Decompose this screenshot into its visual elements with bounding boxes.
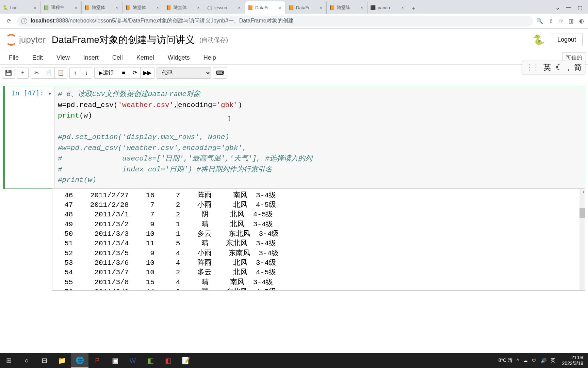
- site-info-icon[interactable]: i: [21, 18, 27, 24]
- zoom-icon[interactable]: 🔍: [536, 18, 543, 24]
- browser-tab[interactable]: ⬛panda×: [368, 1, 408, 14]
- run-label: 运行: [103, 69, 114, 76]
- share-icon[interactable]: ⇪: [549, 18, 553, 24]
- url-input[interactable]: i localhost:8888/notebooks/lesson5/参考/Da…: [17, 16, 533, 27]
- search-button[interactable]: ○: [18, 353, 35, 368]
- restart-run-all-button[interactable]: ▶▶: [140, 67, 154, 79]
- browser-tab[interactable]: 📙随堂体×: [82, 1, 122, 14]
- menu-insert[interactable]: Insert: [77, 52, 105, 63]
- terminal-icon[interactable]: ▣: [106, 353, 124, 368]
- tab-title: 随堂体: [133, 4, 155, 11]
- menu-kernel[interactable]: Kernel: [130, 52, 161, 63]
- file-explorer-icon[interactable]: 📁: [53, 353, 71, 368]
- copy-button[interactable]: 📄: [42, 67, 55, 79]
- browser-tab[interactable]: ◯lesson×: [204, 1, 245, 14]
- output-text[interactable]: 46 2011/2/27 16 7 阵雨 南风 3-4级 47 2011/2/2…: [52, 188, 585, 291]
- start-button[interactable]: ⊞: [0, 353, 18, 368]
- interrupt-button[interactable]: ■: [118, 67, 129, 79]
- celltype-select[interactable]: 代码: [157, 67, 211, 79]
- word-icon[interactable]: W: [124, 353, 142, 368]
- task-view-button[interactable]: ⊟: [35, 353, 53, 368]
- volume-icon[interactable]: 🔊: [541, 358, 546, 363]
- powerpoint-icon[interactable]: P: [88, 353, 106, 368]
- code-input[interactable]: # 6、读取CSV文件数据创建DataFrame对象 w=pd.read_csv…: [54, 86, 585, 188]
- clock[interactable]: 21:08 2022/3/19: [559, 355, 586, 366]
- browser-tab[interactable]: 📙DataFr×: [245, 1, 286, 14]
- app-icon-red[interactable]: ◧: [159, 353, 177, 368]
- ime-mode[interactable]: 简: [574, 62, 582, 73]
- menu-widgets[interactable]: Widgets: [161, 52, 197, 63]
- bookmark-icon[interactable]: ☆: [558, 18, 563, 24]
- url-bar: ⟳ i localhost:8888/notebooks/lesson5/参考/…: [0, 14, 588, 29]
- tab-title: panda: [378, 5, 400, 10]
- menu-view[interactable]: View: [50, 52, 77, 63]
- browser-tab[interactable]: 🐍hon×: [0, 1, 41, 14]
- scrollbar-thumb[interactable]: [579, 208, 585, 218]
- browser-tab[interactable]: 📙随堂练×: [327, 1, 368, 14]
- ime-moon-icon[interactable]: ☾: [556, 63, 562, 72]
- tab-close-icon[interactable]: ×: [32, 5, 38, 10]
- tab-favicon: 🐍: [3, 5, 8, 10]
- restart-button[interactable]: ⟳: [129, 67, 141, 79]
- tab-close-icon[interactable]: ×: [318, 5, 324, 10]
- jupyter-logo-icon: [5, 34, 17, 46]
- menu-cell[interactable]: Cell: [105, 52, 130, 63]
- notebook-title[interactable]: DataFrame对象的创建与访问讲义: [52, 33, 195, 46]
- onedrive-icon[interactable]: ☁: [523, 358, 528, 363]
- move-up-button[interactable]: ↑: [69, 67, 81, 79]
- chrome-icon[interactable]: 🌐: [71, 353, 88, 368]
- tab-close-icon[interactable]: ×: [114, 5, 119, 10]
- reload-button[interactable]: ⟳: [4, 16, 14, 26]
- tab-title: hon: [10, 5, 32, 10]
- ime-lang[interactable]: 英: [543, 62, 551, 73]
- ime-drag-handle[interactable]: ⋮⋮: [526, 63, 539, 72]
- app-icon-green1[interactable]: ◧: [142, 353, 159, 368]
- menu-file[interactable]: File: [2, 52, 26, 63]
- tab-search-icon[interactable]: ⌄: [555, 4, 560, 11]
- tab-close-icon[interactable]: ×: [155, 5, 160, 10]
- url-host: localhost: [31, 18, 54, 24]
- jupyter-logo[interactable]: jupyter: [5, 34, 46, 46]
- cell-prompt: In [47]:▸: [5, 86, 54, 188]
- tab-close-icon[interactable]: ×: [400, 5, 405, 10]
- tab-close-icon[interactable]: ×: [277, 5, 283, 10]
- scroll-up-icon[interactable]: ▴: [582, 189, 585, 195]
- security-icon[interactable]: 🛡: [532, 358, 537, 363]
- cut-button[interactable]: ✂: [31, 67, 42, 79]
- ime-punct[interactable]: ˌ: [567, 63, 569, 72]
- collapser-icon[interactable]: ▸: [48, 89, 52, 97]
- browser-tab[interactable]: 📗课程主×: [41, 1, 82, 14]
- menu-edit[interactable]: Edit: [26, 52, 50, 63]
- command-palette-button[interactable]: ⌨: [213, 67, 227, 79]
- output-scrollbar[interactable]: ▴: [579, 189, 585, 290]
- ime-toolbar[interactable]: ⋮⋮ 英 ☾ ˌ 简: [522, 61, 585, 74]
- logout-button[interactable]: Logout: [551, 33, 583, 46]
- browser-tab[interactable]: 📙DataFr×: [286, 1, 327, 14]
- menu-help[interactable]: Help: [197, 52, 223, 63]
- weather-widget[interactable]: 8°C 晴: [499, 357, 512, 364]
- system-tray: 8°C 晴 ^ ☁ 🛡 🔊 英 21:08 2022/3/19: [499, 355, 588, 366]
- new-tab-button[interactable]: ＋: [408, 3, 419, 14]
- save-button[interactable]: 💾: [2, 67, 15, 79]
- tab-close-icon[interactable]: ×: [359, 5, 364, 10]
- code-cell[interactable]: In [47]:▸ # 6、读取CSV文件数据创建DataFrame对象 w=p…: [3, 86, 585, 189]
- insert-cell-button[interactable]: ＋: [17, 67, 29, 79]
- minimize-icon[interactable]: —: [566, 4, 571, 11]
- tab-close-icon[interactable]: ×: [73, 5, 79, 10]
- tab-close-icon[interactable]: ×: [236, 5, 242, 10]
- move-down-button[interactable]: ↓: [81, 67, 92, 79]
- run-button[interactable]: ▶ 运行: [94, 67, 118, 79]
- ime-indicator[interactable]: 英: [551, 357, 555, 364]
- tray-expand-icon[interactable]: ^: [517, 358, 519, 363]
- autosave-status: (自动保存): [199, 36, 228, 44]
- notepad-icon[interactable]: 📝: [177, 353, 195, 368]
- url-path: :8888/notebooks/lesson5/参考/DataFrame对象的创…: [54, 18, 293, 24]
- sidepanel-icon[interactable]: ▥: [569, 18, 574, 24]
- tab-close-icon[interactable]: ×: [196, 5, 201, 10]
- browser-tab[interactable]: 📙随堂体×: [163, 1, 204, 14]
- toolbar: 💾 ＋ ✂ 📄 📋 ↑ ↓ ▶ 运行 ■ ⟳ ▶▶ 代码 ⌨: [0, 65, 588, 81]
- maximize-icon[interactable]: ▢: [577, 4, 583, 11]
- browser-tab[interactable]: 📙随堂体×: [122, 1, 163, 14]
- paste-button[interactable]: 📋: [54, 67, 67, 79]
- profile-icon[interactable]: ◐: [579, 18, 584, 24]
